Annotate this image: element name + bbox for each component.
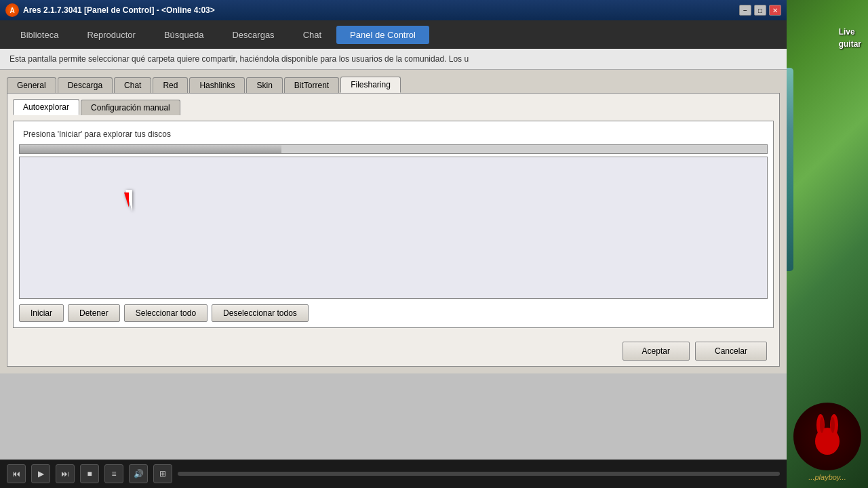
next-button[interactable]: ⏭ — [56, 464, 75, 483]
tab-general[interactable]: General — [7, 77, 56, 93]
sub-tab-autoexplorar[interactable]: Autoexplorar — [13, 99, 79, 115]
window-title: Ares 2.1.7.3041 [Panel de Control] - <On… — [23, 5, 739, 15]
right-panel: ...playboy... — [787, 0, 868, 488]
detener-button[interactable]: Detener — [68, 304, 120, 322]
stop-button[interactable]: ■ — [80, 464, 99, 483]
progress-bar — [19, 144, 768, 154]
tab-chat[interactable]: Chat — [114, 77, 151, 93]
sub-tab-content: Presiona 'Iniciar' para explorar tus dis… — [13, 121, 774, 328]
equalizer-button[interactable]: ⊞ — [153, 464, 172, 483]
progress-bar-fill — [20, 145, 281, 153]
status-text: Presiona 'Iniciar' para explorar tus dis… — [19, 127, 768, 142]
ok-cancel-row: Aceptar Cancelar — [13, 342, 774, 361]
tab-skin[interactable]: Skin — [246, 77, 282, 93]
tab-descarga[interactable]: Descarga — [58, 77, 113, 93]
maximize-button[interactable]: □ — [754, 5, 766, 16]
titlebar-controls: − □ ✕ — [739, 5, 781, 16]
file-list[interactable] — [19, 157, 768, 299]
player-progress[interactable] — [178, 472, 780, 476]
mouse-cursor — [125, 190, 132, 211]
nav-chat[interactable]: Chat — [290, 26, 335, 44]
tab-filesharing[interactable]: Filesharing — [340, 77, 401, 93]
playlist-button[interactable]: ≡ — [104, 464, 123, 483]
tab-red[interactable]: Red — [153, 77, 188, 93]
aceptar-button[interactable]: Aceptar — [623, 342, 690, 361]
nav-descargas[interactable]: Descargas — [218, 26, 288, 44]
nav-biblioteca[interactable]: Biblioteca — [7, 26, 72, 44]
content-area: General Descarga Chat Red Hashlinks Skin… — [0, 70, 787, 373]
svg-point-3 — [819, 433, 835, 449]
volume-button[interactable]: 🔊 — [129, 464, 148, 483]
info-bar: Esta pantalla permite seleccionar qué ca… — [0, 49, 787, 70]
tab-bittorrent[interactable]: BitTorrent — [284, 77, 339, 93]
top-navigation: Biblioteca Reproductor Búsqueda Descarga… — [0, 20, 787, 49]
iniciar-button[interactable]: Iniciar — [19, 304, 64, 322]
player-bar: ⏮ ▶ ⏭ ■ ≡ 🔊 ⊞ — [0, 460, 787, 488]
playboy-text: ...playboy... — [808, 473, 846, 481]
nav-reproductor[interactable]: Reproductor — [73, 26, 149, 44]
main-window: A Ares 2.1.7.3041 [Panel de Control] - <… — [0, 0, 787, 488]
close-button[interactable]: ✕ — [769, 5, 781, 16]
sub-tab-bar: Autoexplorar Configuración manual — [13, 99, 774, 115]
prev-button[interactable]: ⏮ — [7, 464, 26, 483]
tab-content: Autoexplorar Configuración manual Presio… — [7, 93, 780, 367]
svg-point-5 — [831, 417, 835, 433]
nav-panel-control[interactable]: Panel de Control — [336, 26, 429, 44]
tab-hashlinks[interactable]: Hashlinks — [189, 77, 245, 93]
action-buttons-row: Iniciar Detener Seleccionar todo Deselec… — [19, 304, 768, 322]
seleccionar-todo-button[interactable]: Seleccionar todo — [124, 304, 208, 322]
nav-busqueda[interactable]: Búsqueda — [151, 26, 218, 44]
deseleccionar-todos-button[interactable]: Deseleccionar todos — [212, 304, 309, 322]
info-text: Esta pantalla permite seleccionar qué ca… — [9, 54, 469, 64]
app-icon: A — [5, 3, 19, 17]
titlebar: A Ares 2.1.7.3041 [Panel de Control] - <… — [0, 0, 787, 20]
play-button[interactable]: ▶ — [31, 464, 50, 483]
playboy-logo — [793, 403, 861, 470]
minimize-button[interactable]: − — [739, 5, 751, 16]
cancelar-button[interactable]: Cancelar — [695, 342, 767, 361]
tab-bar: General Descarga Chat Red Hashlinks Skin… — [7, 77, 780, 93]
svg-point-4 — [820, 417, 824, 433]
sub-tab-configuracion-manual[interactable]: Configuración manual — [81, 100, 180, 115]
